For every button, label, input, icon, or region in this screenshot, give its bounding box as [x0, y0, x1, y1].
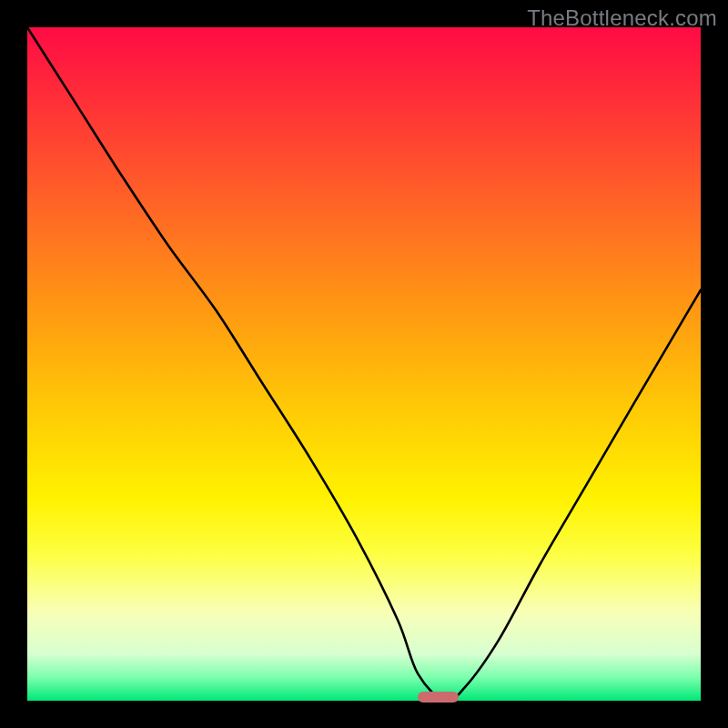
- watermark-text: TheBottleneck.com: [527, 5, 717, 31]
- chart-frame: TheBottleneck.com: [0, 0, 728, 728]
- bottleneck-marker: [418, 692, 458, 703]
- plot-area: [27, 27, 701, 701]
- bottleneck-curve: [27, 27, 701, 701]
- curve-path: [27, 27, 701, 701]
